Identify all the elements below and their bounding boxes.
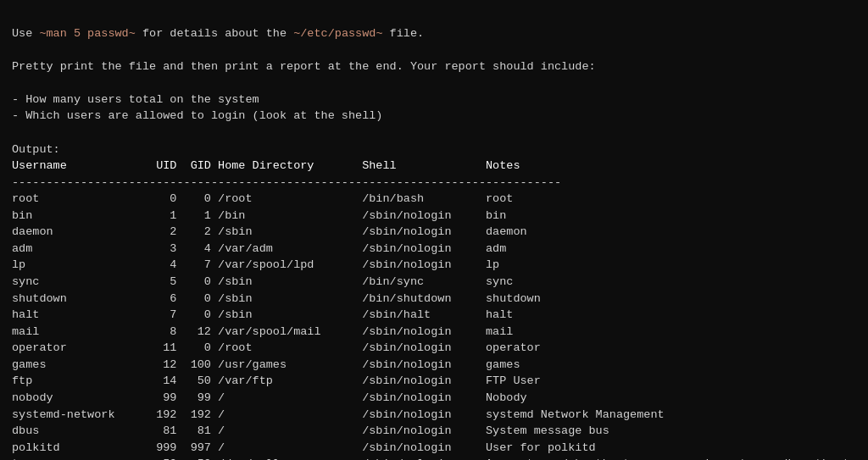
table-row: root 0 0 /root /bin/bash root	[12, 192, 513, 205]
line-1: Use ~man 5 passwd~ for details about the…	[12, 27, 424, 40]
table-row: ftp 14 50 /var/ftp /sbin/nologin FTP Use…	[12, 374, 541, 387]
table-separator-top: ----------------------------------------…	[12, 176, 561, 189]
table-row: lp 4 7 /var/spool/lpd /sbin/nologin lp	[12, 258, 499, 271]
table-row: mail 8 12 /var/spool/mail /sbin/nologin …	[12, 325, 513, 338]
table-row: dbus 81 81 / /sbin/nologin System messag…	[12, 424, 609, 437]
table-row: shutdown 6 0 /sbin /bin/shutdown shutdow…	[12, 292, 541, 305]
table-row: operator 11 0 /root /sbin/nologin operat…	[12, 341, 541, 354]
table-row: polkitd 999 997 / /sbin/nologin User for…	[12, 441, 596, 454]
table-row: adm 3 4 /var/adm /sbin/nologin adm	[12, 242, 506, 255]
table-header: Username UID GID Home Directory Shell No…	[12, 159, 520, 172]
table-row: nobody 99 99 / /sbin/nologin Nobody	[12, 391, 527, 404]
table-row: sync 5 0 /sbin /bin/sync sync	[12, 275, 513, 288]
terminal-output: Use ~man 5 passwd~ for details about the…	[12, 8, 856, 460]
table-row: daemon 2 2 /sbin /sbin/nologin daemon	[12, 225, 527, 238]
line-3: Pretty print the file and then print a r…	[12, 60, 596, 73]
line-5: - How many users total on the system	[12, 93, 259, 106]
table-row: systemd-network 192 192 / /sbin/nologin …	[12, 408, 665, 421]
line-6: - Which users are allowed to login (look…	[12, 109, 382, 122]
table-row: games 12 100 /usr/games /sbin/nologin ga…	[12, 358, 520, 371]
line-8: Output:	[12, 143, 60, 156]
table-row: halt 7 0 /sbin /sbin/halt halt	[12, 308, 513, 321]
table-row: bin 1 1 /bin /sbin/nologin bin	[12, 209, 506, 222]
